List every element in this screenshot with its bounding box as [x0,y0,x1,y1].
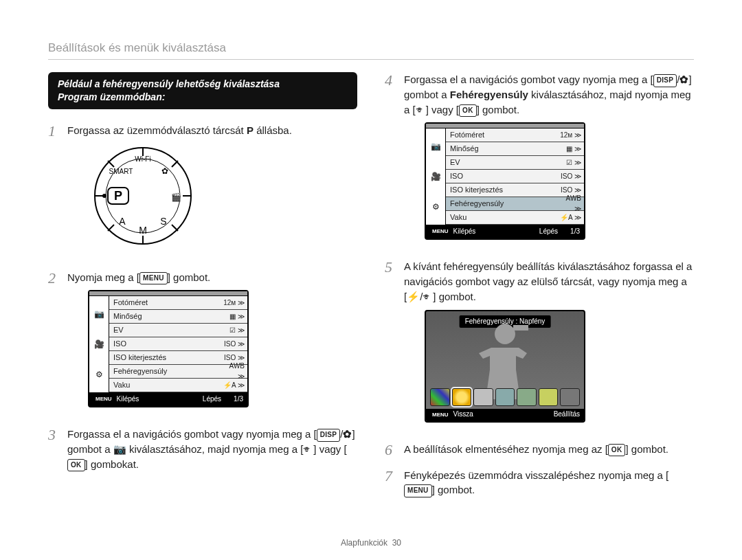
camera-menu-screenshot-2: 📷 🎥 ⚙ Fotóméret12м ≫ Minőség▦ ≫ EV☑ ≫ IS… [425,122,585,240]
step-3: 3 Forgassa el a navigációs gombot vagy n… [48,427,357,471]
svg-rect-20 [513,325,528,331]
wb-thumb-tungsten [539,388,559,406]
wb-thumb-cloudy [473,388,493,406]
camera-menu-screenshot-1: 📷 🎥 ⚙ Fotóméret12м ≫ Minőség▦ ≫ EV☑ ≫ IS… [88,290,249,407]
step-number: 1 [48,123,60,139]
step-number: 7 [385,468,397,484]
list-item: ISOISO ≫ [109,337,247,351]
menu-glyph: MENU [93,394,114,404]
step-5: 5 A kívánt fehéregyensúly beállítás kivá… [385,259,694,432]
step-body: Forgassa az üzemmódválasztó tárcsát P ál… [67,123,357,260]
disp-button-label: DISP [317,429,341,442]
photo-tab-icon: 📷 [94,309,104,320]
list-item: FehéregyensúlyAWB ≫ [109,365,247,379]
menu-footer: MENU Kilépés Lépés 1/3 [89,392,247,406]
wb-thumb-auto [430,388,450,406]
gear-tab-icon: ⚙ [95,369,103,381]
step-body: Fényképezés üzemmódra visszalépéshez nyo… [404,468,694,498]
step-body: Nyomja meg a [MENU] gombot. 📷 🎥 ⚙ [67,270,357,418]
step-body: A beállítások elmentéséhez nyomja meg az… [404,442,694,457]
macro-icon: ✿ [679,74,688,85]
svg-text:SMART: SMART [109,168,133,175]
step-number: 2 [48,270,60,287]
step-number: 3 [48,427,60,443]
camera-icon: 📷 [113,443,126,455]
ok-button-label: OK [67,459,85,472]
banner-line2: Program üzemmódban: [58,91,165,102]
menu-button-label: MENU [139,272,168,285]
svg-text:M: M [139,225,147,236]
wb-thumb-fluorescent-h [495,388,515,406]
video-tab-icon: 🎥 [94,339,104,350]
wb-footer: MENU Vissza Beállítás [426,409,584,421]
columns: Például a fehéregyensúly lehetőség kivál… [48,72,694,507]
menu-footer: MENU Kilépés Lépés 1/3 [426,225,584,238]
step-6: 6 A beállítások elmentéséhez nyomja meg … [385,442,694,458]
menu-button-label: MENU [404,484,432,497]
list-item: EV☑ ≫ [109,324,247,337]
wifi-icon: ᯤ [416,104,426,115]
list-item: Fotóméret12м ≫ [109,296,247,310]
step-number: 6 [385,442,397,458]
list-item: Vaku⚡A ≫ [109,379,247,392]
wifi-icon: ᯤ [423,291,433,302]
step-4: 4 Forgassa el a navigációs gombot vagy n… [385,72,694,249]
wifi-icon: ᯤ [303,443,313,455]
flash-icon: ⚡ [407,291,420,302]
wb-thumb-custom [560,388,580,406]
wb-thumb-fluorescent-l [517,388,537,406]
steps-left: 1 Forgassa az üzemmódválasztó tárcsát P … [48,123,357,472]
steps-right: 4 Forgassa el a navigációs gombot vagy n… [385,72,694,497]
list-item: Minőség▦ ≫ [446,142,584,156]
wb-thumbnails [430,388,580,406]
wb-preview-screenshot: Fehéregyensúly : Napfény [425,310,585,423]
video-tab-icon: 🎥 [431,171,441,183]
mode-p-glyph: P [247,124,254,136]
svg-text:P: P [114,189,122,203]
step-number: 4 [385,72,397,89]
mode-dial-illustration: Wi-Fi SMART ✿ 🎬 M S A P [88,141,198,251]
svg-text:A: A [119,216,126,227]
svg-text:🎬: 🎬 [171,192,181,202]
step-body: Forgassa el a navigációs gombot vagy nyo… [67,427,357,471]
step-2: 2 Nyomja meg a [MENU] gombot. 📷 🎥 ⚙ [48,270,357,418]
list-item: Vaku⚡A ≫ [446,211,584,225]
list-item-selected: FehéregyensúlyAWB ≫ [446,197,584,211]
list-item: Minőség▦ ≫ [109,310,247,324]
step-number: 5 [385,259,397,276]
menu-side-tabs: 📷 🎥 ⚙ [426,128,446,225]
macro-icon: ✿ [343,428,352,440]
list-item: EV☑ ≫ [446,156,584,170]
list-item: Fotóméret12м ≫ [446,128,584,142]
page: Beállítások és menük kiválasztása Példáu… [0,0,742,560]
footer-page-number: 30 [392,538,401,548]
white-balance-bold: Fehéregyensúly [450,89,528,100]
svg-text:✿: ✿ [161,166,168,176]
left-column: Például a fehéregyensúly lehetőség kivál… [48,72,357,507]
menu-glyph: MENU [430,410,451,420]
svg-text:Wi-Fi: Wi-Fi [135,155,150,163]
page-footer: Alapfunkciók 30 [0,538,742,548]
menu-side-tabs: 📷 🎥 ⚙ [89,296,109,392]
disp-button-label: DISP [653,74,677,87]
step-7: 7 Fényképezés üzemmódra visszalépéshez n… [385,468,694,498]
photo-tab-icon: 📷 [431,141,441,153]
svg-text:S: S [160,216,166,227]
ok-button-label: OK [459,104,477,117]
step-1: 1 Forgassa az üzemmódválasztó tárcsát P … [48,123,357,260]
banner-line1: Például a fehéregyensúly lehetőség kivál… [58,78,280,89]
list-item: ISOISO ≫ [446,170,584,183]
ok-button-label: OK [608,444,626,457]
footer-section: Alapfunkciók [341,538,387,548]
menu-glyph: MENU [430,227,451,236]
svg-point-17 [102,194,106,198]
step-body: A kívánt fehéregyensúly beállítás kivála… [404,259,694,432]
page-header: Beállítások és menük kiválasztása [48,41,694,60]
right-column: 4 Forgassa el a navigációs gombot vagy n… [385,72,694,507]
wb-thumb-daylight [452,388,472,406]
example-banner: Például a fehéregyensúly lehetőség kivál… [48,72,357,109]
step-body: Forgassa el a navigációs gombot vagy nyo… [404,72,694,249]
gear-tab-icon: ⚙ [432,201,440,213]
